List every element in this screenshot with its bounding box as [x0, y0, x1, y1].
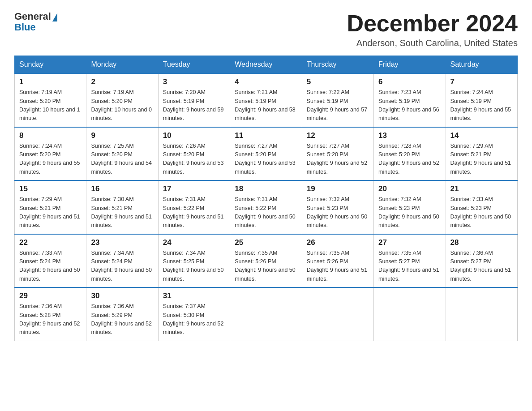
day-info: Sunrise: 7:25 AMSunset: 5:20 PMDaylight:… — [91, 142, 153, 177]
day-cell: 27Sunrise: 7:35 AMSunset: 5:27 PMDayligh… — [374, 234, 446, 288]
header: General Blue December 2024 Anderson, Sou… — [14, 11, 518, 48]
day-info: Sunrise: 7:35 AMSunset: 5:26 PMDaylight:… — [235, 249, 297, 284]
week-row-1: 1Sunrise: 7:19 AMSunset: 5:20 PMDaylight… — [15, 73, 518, 127]
day-cell: 7Sunrise: 7:24 AMSunset: 5:19 PMDaylight… — [446, 73, 517, 127]
day-info: Sunrise: 7:34 AMSunset: 5:25 PMDaylight:… — [163, 249, 225, 284]
day-number: 11 — [235, 131, 297, 140]
day-info: Sunrise: 7:22 AMSunset: 5:19 PMDaylight:… — [307, 88, 369, 123]
week-row-3: 15Sunrise: 7:29 AMSunset: 5:21 PMDayligh… — [15, 180, 518, 234]
day-header-tuesday: Tuesday — [158, 56, 230, 74]
day-info: Sunrise: 7:21 AMSunset: 5:19 PMDaylight:… — [235, 88, 297, 123]
day-number: 5 — [307, 77, 369, 86]
day-info: Sunrise: 7:28 AMSunset: 5:20 PMDaylight:… — [378, 142, 441, 177]
day-number: 10 — [163, 131, 225, 140]
day-cell: 28Sunrise: 7:36 AMSunset: 5:27 PMDayligh… — [446, 234, 517, 288]
day-cell: 26Sunrise: 7:35 AMSunset: 5:26 PMDayligh… — [302, 234, 373, 288]
day-info: Sunrise: 7:33 AMSunset: 5:23 PMDaylight:… — [450, 195, 513, 230]
day-number: 24 — [163, 238, 225, 247]
day-number: 27 — [378, 238, 441, 247]
day-cell: 3Sunrise: 7:20 AMSunset: 5:19 PMDaylight… — [158, 73, 230, 127]
day-header-friday: Friday — [374, 56, 446, 74]
day-cell — [374, 287, 446, 341]
day-number: 13 — [378, 131, 441, 140]
day-cell: 18Sunrise: 7:31 AMSunset: 5:22 PMDayligh… — [230, 180, 302, 234]
day-info: Sunrise: 7:26 AMSunset: 5:20 PMDaylight:… — [163, 142, 225, 177]
day-cell: 1Sunrise: 7:19 AMSunset: 5:20 PMDaylight… — [15, 73, 86, 127]
day-number: 16 — [91, 184, 153, 193]
day-number: 29 — [19, 291, 82, 300]
day-number: 26 — [307, 238, 369, 247]
day-number: 18 — [235, 184, 297, 193]
day-number: 2 — [91, 77, 153, 86]
day-info: Sunrise: 7:23 AMSunset: 5:19 PMDaylight:… — [378, 88, 441, 123]
day-number: 12 — [307, 131, 369, 140]
day-cell: 13Sunrise: 7:28 AMSunset: 5:20 PMDayligh… — [374, 127, 446, 181]
day-info: Sunrise: 7:34 AMSunset: 5:24 PMDaylight:… — [91, 249, 153, 284]
day-cell: 14Sunrise: 7:29 AMSunset: 5:21 PMDayligh… — [446, 127, 517, 181]
day-number: 9 — [91, 131, 153, 140]
day-info: Sunrise: 7:31 AMSunset: 5:22 PMDaylight:… — [235, 195, 297, 230]
day-cell: 12Sunrise: 7:27 AMSunset: 5:20 PMDayligh… — [302, 127, 373, 181]
day-info: Sunrise: 7:29 AMSunset: 5:21 PMDaylight:… — [19, 195, 82, 230]
day-number: 31 — [163, 291, 225, 300]
day-cell: 29Sunrise: 7:36 AMSunset: 5:28 PMDayligh… — [15, 287, 86, 341]
day-number: 1 — [19, 77, 82, 86]
day-info: Sunrise: 7:36 AMSunset: 5:27 PMDaylight:… — [450, 249, 513, 284]
day-number: 21 — [450, 184, 513, 193]
location-title: Anderson, South Carolina, United States — [347, 38, 518, 48]
day-number: 20 — [378, 184, 441, 193]
day-info: Sunrise: 7:33 AMSunset: 5:24 PMDaylight:… — [19, 249, 82, 284]
day-info: Sunrise: 7:19 AMSunset: 5:20 PMDaylight:… — [91, 88, 153, 123]
day-info: Sunrise: 7:20 AMSunset: 5:19 PMDaylight:… — [163, 88, 225, 123]
day-header-saturday: Saturday — [446, 56, 517, 74]
day-info: Sunrise: 7:30 AMSunset: 5:21 PMDaylight:… — [91, 195, 153, 230]
day-cell: 2Sunrise: 7:19 AMSunset: 5:20 PMDaylight… — [86, 73, 158, 127]
day-info: Sunrise: 7:36 AMSunset: 5:29 PMDaylight:… — [91, 302, 153, 337]
day-number: 17 — [163, 184, 225, 193]
day-cell: 23Sunrise: 7:34 AMSunset: 5:24 PMDayligh… — [86, 234, 158, 288]
day-cell: 9Sunrise: 7:25 AMSunset: 5:20 PMDaylight… — [86, 127, 158, 181]
day-info: Sunrise: 7:31 AMSunset: 5:22 PMDaylight:… — [163, 195, 225, 230]
day-number: 4 — [235, 77, 297, 86]
day-header-thursday: Thursday — [302, 56, 373, 74]
day-cell: 4Sunrise: 7:21 AMSunset: 5:19 PMDaylight… — [230, 73, 302, 127]
day-number: 15 — [19, 184, 82, 193]
day-number: 8 — [19, 131, 82, 140]
day-header-row: SundayMondayTuesdayWednesdayThursdayFrid… — [15, 56, 518, 74]
day-cell: 5Sunrise: 7:22 AMSunset: 5:19 PMDaylight… — [302, 73, 373, 127]
day-cell: 6Sunrise: 7:23 AMSunset: 5:19 PMDaylight… — [374, 73, 446, 127]
day-info: Sunrise: 7:37 AMSunset: 5:30 PMDaylight:… — [163, 302, 225, 337]
day-number: 22 — [19, 238, 82, 247]
day-number: 28 — [450, 238, 513, 247]
day-info: Sunrise: 7:24 AMSunset: 5:20 PMDaylight:… — [19, 142, 82, 177]
day-number: 25 — [235, 238, 297, 247]
day-info: Sunrise: 7:35 AMSunset: 5:26 PMDaylight:… — [307, 249, 369, 284]
day-header-sunday: Sunday — [15, 56, 86, 74]
day-info: Sunrise: 7:32 AMSunset: 5:23 PMDaylight:… — [307, 195, 369, 230]
day-number: 14 — [450, 131, 513, 140]
day-info: Sunrise: 7:27 AMSunset: 5:20 PMDaylight:… — [235, 142, 297, 177]
logo: General Blue — [14, 11, 57, 33]
day-cell: 21Sunrise: 7:33 AMSunset: 5:23 PMDayligh… — [446, 180, 517, 234]
day-cell: 31Sunrise: 7:37 AMSunset: 5:30 PMDayligh… — [158, 287, 230, 341]
day-info: Sunrise: 7:32 AMSunset: 5:23 PMDaylight:… — [378, 195, 441, 230]
day-cell: 16Sunrise: 7:30 AMSunset: 5:21 PMDayligh… — [86, 180, 158, 234]
calendar-table: SundayMondayTuesdayWednesdayThursdayFrid… — [14, 56, 518, 341]
day-header-monday: Monday — [86, 56, 158, 74]
week-row-5: 29Sunrise: 7:36 AMSunset: 5:28 PMDayligh… — [15, 287, 518, 341]
day-cell: 20Sunrise: 7:32 AMSunset: 5:23 PMDayligh… — [374, 180, 446, 234]
day-number: 23 — [91, 238, 153, 247]
logo-general: General — [14, 11, 51, 22]
day-cell — [230, 287, 302, 341]
day-cell: 25Sunrise: 7:35 AMSunset: 5:26 PMDayligh… — [230, 234, 302, 288]
day-number: 19 — [307, 184, 369, 193]
day-cell: 17Sunrise: 7:31 AMSunset: 5:22 PMDayligh… — [158, 180, 230, 234]
day-cell — [446, 287, 517, 341]
day-cell: 22Sunrise: 7:33 AMSunset: 5:24 PMDayligh… — [15, 234, 86, 288]
logo-blue: Blue — [14, 21, 36, 33]
day-number: 7 — [450, 77, 513, 86]
title-area: December 2024 Anderson, South Carolina, … — [347, 11, 518, 48]
day-info: Sunrise: 7:27 AMSunset: 5:20 PMDaylight:… — [307, 142, 369, 177]
day-cell: 30Sunrise: 7:36 AMSunset: 5:29 PMDayligh… — [86, 287, 158, 341]
month-title: December 2024 — [347, 11, 518, 36]
